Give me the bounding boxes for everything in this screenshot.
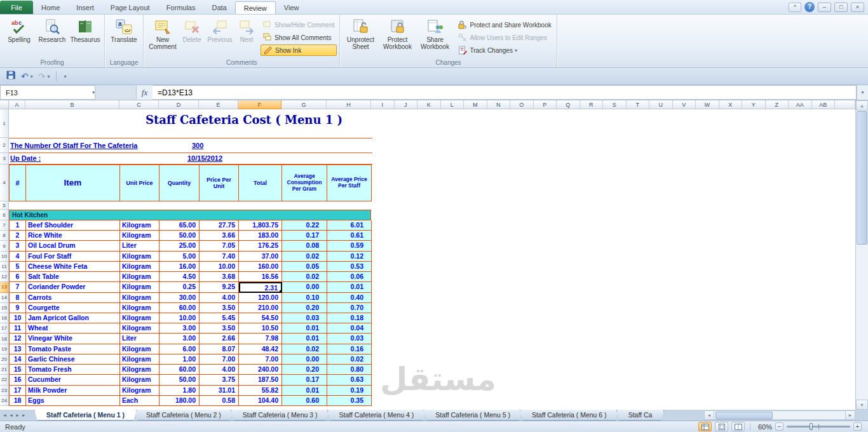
column-header-T[interactable]: T: [627, 100, 650, 109]
cell[interactable]: Oil Local Drum: [26, 241, 120, 251]
column-header-A[interactable]: A: [9, 100, 25, 109]
previous-sheet-icon[interactable]: ◄: [9, 413, 13, 417]
cell[interactable]: 37.00: [239, 252, 282, 262]
cell[interactable]: 4.00: [200, 293, 239, 303]
cell[interactable]: 15: [10, 365, 26, 375]
selected-cell-F13[interactable]: 2.31: [239, 282, 282, 292]
cell[interactable]: 0.25: [159, 282, 200, 292]
cell[interactable]: Kilogram: [120, 231, 159, 241]
table-column-header-7[interactable]: Average Consumption Per Gram: [282, 165, 327, 201]
cell[interactable]: 0.03: [327, 334, 372, 344]
row-header-8[interactable]: 8: [0, 231, 9, 241]
row-header-17[interactable]: 17: [0, 323, 9, 334]
row-header-2[interactable]: 2: [0, 138, 9, 153]
first-sheet-icon[interactable]: ◄: [3, 413, 7, 417]
row-header-4[interactable]: 4: [0, 165, 9, 201]
cell[interactable]: 16.00: [159, 262, 200, 272]
show-ink-button[interactable]: Show Ink: [261, 44, 337, 56]
cell[interactable]: 210.00: [239, 303, 282, 313]
cell[interactable]: Milk Powder: [26, 386, 120, 396]
cell[interactable]: 3.00: [159, 323, 200, 334]
cell[interactable]: Kilogram: [120, 282, 159, 292]
cell[interactable]: 0.58: [200, 396, 239, 406]
cell[interactable]: 0.40: [327, 293, 372, 303]
column-header-R[interactable]: R: [580, 100, 604, 109]
cell[interactable]: Kilogram: [120, 262, 159, 272]
sheet-tab-1[interactable]: Staff Cafeteria ( Menu 1 ): [34, 410, 137, 421]
undo-button[interactable]: ↶▾: [19, 70, 35, 83]
cell[interactable]: 7.98: [239, 334, 282, 344]
expand-formula-bar-icon[interactable]: ▾: [857, 85, 868, 100]
cell[interactable]: 0.35: [327, 396, 372, 406]
scroll-up-icon[interactable]: ▲: [856, 100, 868, 111]
row-header-10[interactable]: 10: [0, 252, 9, 262]
row-header-1[interactable]: 1: [0, 109, 9, 138]
cell[interactable]: 0.01: [327, 282, 372, 292]
cell[interactable]: 0.00: [282, 282, 327, 292]
thesaurus-button[interactable]: Thesaurus: [69, 17, 102, 43]
cell[interactable]: 0.18: [327, 313, 372, 323]
cell[interactable]: 7.00: [239, 354, 282, 365]
cell[interactable]: 0.01: [282, 386, 327, 396]
cell[interactable]: 0.60: [282, 396, 327, 406]
cell[interactable]: 3: [10, 241, 26, 251]
cell[interactable]: 6.00: [159, 344, 200, 354]
column-header-G[interactable]: G: [281, 100, 327, 109]
row-header-22[interactable]: 22: [0, 375, 9, 385]
cell[interactable]: Courgette: [26, 303, 120, 313]
row-header-9[interactable]: 9: [0, 241, 9, 251]
table-column-header-4[interactable]: Quantity: [159, 165, 200, 201]
column-header-O[interactable]: O: [510, 100, 534, 109]
cell[interactable]: Kilogram: [120, 344, 159, 354]
cell[interactable]: 180.00: [159, 396, 200, 406]
cell[interactable]: 0.59: [327, 241, 372, 251]
sheet-tab-2[interactable]: Staff Cafeteria ( Menu 2 ): [134, 410, 233, 421]
cell[interactable]: 50.00: [159, 375, 200, 385]
horizontal-scroll-thumb[interactable]: [715, 412, 773, 419]
new-comment-button[interactable]: New Comment: [146, 17, 179, 50]
sheet-tab-6[interactable]: Staff Cafeteria ( Menu 6 ): [520, 410, 619, 421]
cell[interactable]: 10.00: [200, 262, 239, 272]
row-header-20[interactable]: 20: [0, 354, 9, 365]
column-header-Q[interactable]: Q: [557, 100, 580, 109]
cell[interactable]: 0.12: [327, 252, 372, 262]
page-break-view-button[interactable]: [731, 422, 745, 431]
cell[interactable]: Liter: [120, 334, 159, 344]
row-header-18[interactable]: 18: [0, 334, 9, 344]
table-column-header-2[interactable]: Item: [26, 165, 120, 201]
column-header-K[interactable]: K: [417, 100, 441, 109]
table-column-header-8[interactable]: Average Price Per Staff: [327, 165, 372, 201]
cell[interactable]: 48.42: [239, 344, 282, 354]
cell[interactable]: 5.45: [200, 313, 239, 323]
column-header-S[interactable]: S: [603, 100, 627, 109]
column-header-L[interactable]: L: [441, 100, 465, 109]
cell[interactable]: 0.16: [327, 344, 372, 354]
column-header-N[interactable]: N: [487, 100, 511, 109]
cell[interactable]: Kilogram: [120, 272, 159, 282]
zoom-in-button[interactable]: +: [853, 422, 862, 431]
row-header-6[interactable]: 6: [0, 210, 9, 220]
select-all-corner[interactable]: [0, 100, 9, 109]
cell[interactable]: 0.03: [282, 313, 327, 323]
ribbon-tab-data[interactable]: Data: [203, 1, 234, 14]
column-header-E[interactable]: E: [199, 100, 238, 109]
window-restore-icon[interactable]: □: [834, 3, 848, 12]
cell[interactable]: Liter: [120, 241, 159, 251]
cell[interactable]: Kilogram: [120, 375, 159, 385]
formula-input[interactable]: =D13*E13: [153, 85, 857, 100]
cell[interactable]: 4.50: [159, 272, 200, 282]
research-button[interactable]: Research: [36, 17, 69, 43]
cell[interactable]: Vinegar White: [26, 334, 120, 344]
help-icon[interactable]: ?: [804, 2, 815, 12]
column-header-AA[interactable]: AA: [789, 100, 812, 109]
last-sheet-icon[interactable]: ►: [22, 413, 26, 417]
customize-qat-button[interactable]: ▾: [60, 70, 69, 83]
cell[interactable]: 18: [10, 396, 26, 406]
cell[interactable]: 0.02: [282, 252, 327, 262]
cell[interactable]: 0.06: [327, 272, 372, 282]
ribbon-tab-home[interactable]: Home: [33, 1, 68, 14]
cell[interactable]: 0.08: [282, 241, 327, 251]
cell[interactable]: 0.70: [327, 303, 372, 313]
column-header-B[interactable]: B: [25, 100, 119, 109]
table-column-header-1[interactable]: #: [10, 165, 26, 201]
